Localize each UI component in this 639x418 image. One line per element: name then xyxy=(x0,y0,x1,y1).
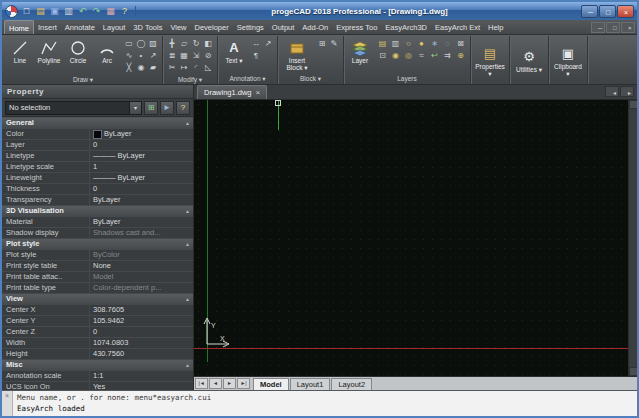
property-row[interactable]: Center X 308.7605 xyxy=(2,305,193,316)
redo-icon[interactable]: ↷ xyxy=(90,5,103,18)
property-row[interactable]: Plot style ByColor xyxy=(2,250,193,261)
property-value[interactable]: 1 xyxy=(90,162,193,172)
block-group-caption[interactable]: Block ▾ xyxy=(281,73,340,84)
text-tool[interactable]: A Text ▾ xyxy=(221,38,247,64)
layout-tab[interactable]: Layout1 xyxy=(290,378,331,390)
command-panel-close-icon[interactable]: × xyxy=(2,391,13,416)
scroll-down-icon[interactable]: ▼ xyxy=(629,367,639,376)
property-row[interactable]: 3D Visualisation xyxy=(2,206,193,217)
drawing-canvas[interactable]: Y X xyxy=(194,100,628,376)
construction-line-icon[interactable]: ╳ xyxy=(123,62,135,74)
property-value[interactable]: 0 xyxy=(90,140,193,150)
select-objects-icon[interactable]: ► xyxy=(160,101,174,115)
menu-tab[interactable]: Layout xyxy=(99,20,130,34)
mdi-minimize-button[interactable]: ─ xyxy=(591,22,605,33)
undo-icon[interactable]: ↶ xyxy=(76,5,89,18)
menu-tab[interactable]: Help xyxy=(484,20,507,34)
menu-tab[interactable]: Add-On xyxy=(298,20,332,34)
menu-tab[interactable]: 3D Tools xyxy=(129,20,166,34)
layer-lock-icon[interactable]: ⊠ xyxy=(454,38,467,50)
property-row[interactable]: Thickness 0 xyxy=(2,184,193,195)
scroll-up-icon[interactable]: ▲ xyxy=(629,100,639,109)
combobox-dropdown-icon[interactable]: ▾ xyxy=(129,102,141,114)
layer-merge-icon[interactable]: ⊕ xyxy=(454,50,467,62)
property-row[interactable]: Print style table None xyxy=(2,261,193,272)
extend-icon[interactable]: ↦ xyxy=(178,62,190,74)
property-row[interactable]: Height 430.7560 xyxy=(2,349,193,360)
arc-tool[interactable]: Arc xyxy=(94,38,120,64)
property-row[interactable]: Shadow display Shadows cast and... xyxy=(2,228,193,239)
property-row[interactable]: Annotation scale 1:1 xyxy=(2,371,193,382)
menu-tab[interactable]: EasyArch Ext xyxy=(431,20,484,34)
layer-properties-icon[interactable]: ▤ xyxy=(376,38,389,50)
modify-group-caption[interactable]: Modify ▾ xyxy=(166,74,214,85)
property-value[interactable]: ByLayer xyxy=(90,129,193,139)
property-value[interactable]: 105.9462 xyxy=(90,316,193,326)
insert-block-tool[interactable]: Insert Block ▾ xyxy=(281,38,313,71)
layer-isolate-icon[interactable]: ◉ xyxy=(389,50,402,62)
layer-previous-icon[interactable]: ↩ xyxy=(428,50,441,62)
tab-scroll-left-icon[interactable]: ◄ xyxy=(605,86,619,97)
property-value[interactable]: ——— ByLayer xyxy=(90,151,193,161)
layer-off-icon[interactable]: ○ xyxy=(402,38,415,50)
close-button[interactable]: × xyxy=(617,5,634,18)
command-history[interactable]: Menu name, or . for none: menu*easyarch.… xyxy=(13,391,637,416)
rectangle-icon[interactable]: ▭ xyxy=(123,38,135,50)
text-style-icon[interactable]: ¶ xyxy=(250,50,262,62)
property-value[interactable]: ByLayer xyxy=(90,195,193,205)
property-row[interactable]: Lineweight ——— ByLayer xyxy=(2,173,193,184)
menu-tab[interactable]: View xyxy=(166,20,190,34)
chamfer-icon[interactable]: ◺ xyxy=(202,62,214,74)
property-value[interactable]: ——— ByLayer xyxy=(90,173,193,183)
array-icon[interactable]: ▦ xyxy=(178,50,190,62)
dimension-icon[interactable]: ↔ xyxy=(250,38,262,50)
help-icon[interactable]: ? xyxy=(118,5,131,18)
mdi-close-button[interactable]: × xyxy=(621,22,635,33)
property-row[interactable]: Print table type Color-dependent p... xyxy=(2,283,193,294)
layer-thaw-icon[interactable]: ◌ xyxy=(441,38,454,50)
app-logo-icon[interactable] xyxy=(5,5,18,18)
property-value[interactable]: 1074.0803 xyxy=(90,338,193,348)
property-row[interactable]: Center Z 0 xyxy=(2,327,193,338)
layers-group-caption[interactable]: Layers xyxy=(347,73,467,84)
property-row[interactable]: UCS icon On Yes xyxy=(2,382,193,390)
minimize-button[interactable]: ─ xyxy=(581,5,598,18)
layer-freeze-icon[interactable]: ∗ xyxy=(428,38,441,50)
property-value[interactable]: 430.7560 xyxy=(90,349,193,359)
property-value[interactable]: 1:1 xyxy=(90,371,193,381)
clipboard-tool[interactable]: ▣ Clipboard ▾ xyxy=(552,44,584,77)
quick-select-help-icon[interactable]: ? xyxy=(176,101,190,115)
plot-preview-icon[interactable]: ▦ xyxy=(104,5,117,18)
menu-tab[interactable]: Output xyxy=(268,20,299,34)
print-icon[interactable]: ▥ xyxy=(62,5,75,18)
hatch-icon[interactable]: ▨ xyxy=(147,38,159,50)
layer-tool[interactable]: Layer xyxy=(347,38,373,64)
property-row[interactable]: Center Y 105.9462 xyxy=(2,316,193,327)
property-value[interactable]: Yes xyxy=(90,382,193,390)
edit-block-icon[interactable]: ✎ xyxy=(328,38,340,50)
donut-icon[interactable]: ◉ xyxy=(135,62,147,74)
property-row[interactable]: Material ByLayer xyxy=(2,217,193,228)
menu-tab[interactable]: Insert xyxy=(34,20,61,34)
create-block-icon[interactable]: ⊞ xyxy=(316,38,328,50)
property-value[interactable]: 0 xyxy=(90,184,193,194)
maximize-button[interactable]: □ xyxy=(599,5,616,18)
property-row[interactable]: Color ByLayer xyxy=(2,129,193,140)
circle-tool[interactable]: Circle xyxy=(65,38,91,64)
layer-on-icon[interactable]: ● xyxy=(415,38,428,50)
last-tab-icon[interactable]: ►| xyxy=(237,378,250,389)
fillet-icon[interactable]: ◜ xyxy=(190,62,202,74)
point-icon[interactable]: • xyxy=(135,50,147,62)
property-row[interactable]: Transparency ByLayer xyxy=(2,195,193,206)
property-row[interactable]: Misc xyxy=(2,360,193,371)
property-value[interactable]: Color-dependent p... xyxy=(90,283,193,293)
polyline-tool[interactable]: Polyline xyxy=(36,38,62,64)
layer-walk-icon[interactable]: ⇉ xyxy=(441,50,454,62)
property-row[interactable]: Print table attac.. Model xyxy=(2,272,193,283)
first-tab-icon[interactable]: |◄ xyxy=(195,378,208,389)
property-row[interactable]: General xyxy=(2,118,193,129)
layer-unlock-icon[interactable]: ⊡ xyxy=(376,50,389,62)
vertical-scrollbar[interactable]: ▲ ▼ xyxy=(628,100,637,376)
next-tab-icon[interactable]: ► xyxy=(223,378,236,389)
property-value[interactable]: Model xyxy=(90,272,193,282)
